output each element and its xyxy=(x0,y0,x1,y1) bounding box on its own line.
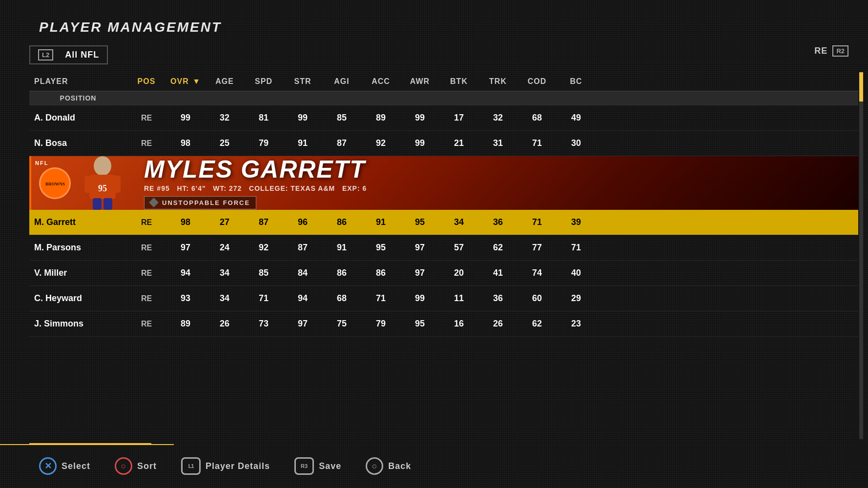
l1-button: L1 xyxy=(181,457,201,475)
player-trk: 41 xyxy=(478,264,517,282)
col-age: AGE xyxy=(205,72,244,91)
sort-label: Sort xyxy=(137,461,157,471)
player-btk: 21 xyxy=(439,134,478,152)
player-trk: 62 xyxy=(478,239,517,257)
player-cod: 71 xyxy=(517,213,557,231)
player-agi: 86 xyxy=(322,213,361,231)
select-label: Select xyxy=(62,461,90,471)
table-row[interactable]: M. Parsons RE 97 24 92 87 91 95 97 57 62… xyxy=(29,235,858,261)
player-btk: 20 xyxy=(439,264,478,282)
player-trk: 36 xyxy=(478,213,517,231)
player-agi: 91 xyxy=(322,239,361,257)
player-age: 24 xyxy=(205,239,244,257)
player-trk: 32 xyxy=(478,109,517,127)
player-name: C. Heyward xyxy=(29,289,127,307)
player-str: 97 xyxy=(283,315,322,333)
svg-point-2 xyxy=(94,156,111,176)
group-filler10 xyxy=(478,91,517,105)
player-cod: 77 xyxy=(517,239,557,257)
player-ovr: 98 xyxy=(166,213,205,231)
scrollbar[interactable] xyxy=(859,72,863,439)
group-filler4 xyxy=(244,91,283,105)
player-awr: 99 xyxy=(400,134,439,152)
player-pos: RE xyxy=(127,240,166,256)
player-details-action[interactable]: L1 Player Details xyxy=(181,457,270,475)
player-acc: 86 xyxy=(361,264,400,282)
player-str: 96 xyxy=(283,213,322,231)
col-acc: ACC xyxy=(361,72,400,91)
back-action[interactable]: ○ Back xyxy=(366,457,411,475)
position-filter: RE xyxy=(814,46,827,56)
table-row[interactable]: M. Garrett RE 98 27 87 96 86 91 95 34 36… xyxy=(29,210,858,235)
player-str: 91 xyxy=(283,134,322,152)
player-cod: 62 xyxy=(517,315,557,333)
col-cod: COD xyxy=(517,72,557,91)
player-details-label: Player Details xyxy=(206,461,270,471)
player-agi: 85 xyxy=(322,109,361,127)
player-spd: 73 xyxy=(244,315,283,333)
banner-player-details: RE #95 HT: 6'4" WT: 272 COLLEGE: TEXAS A… xyxy=(144,184,848,192)
player-table: PLAYER POS OVR ▼ AGE SPD STR AGI ACC AWR… xyxy=(29,72,858,439)
svg-rect-4 xyxy=(84,176,93,193)
team-logo: BROWNS xyxy=(39,167,71,199)
r2-button[interactable]: R2 xyxy=(832,45,848,57)
player-spd: 87 xyxy=(244,213,283,231)
svg-rect-7 xyxy=(103,198,112,210)
x-button: ✕ xyxy=(39,457,57,475)
trait-icon xyxy=(149,198,159,207)
player-name: M. Garrett xyxy=(29,213,127,231)
player-pos: RE xyxy=(127,265,166,282)
table-row[interactable]: C. Heyward RE 93 34 71 94 68 71 99 11 36… xyxy=(29,286,858,311)
group-filler3 xyxy=(205,91,244,105)
select-action[interactable]: ✕ Select xyxy=(39,457,90,475)
player-cod: 68 xyxy=(517,109,557,127)
player-agi: 75 xyxy=(322,315,361,333)
player-age: 34 xyxy=(205,264,244,282)
back-label: Back xyxy=(388,461,411,471)
trait-label: UNSTOPPABLE FORCE xyxy=(162,199,250,206)
group-filler7 xyxy=(361,91,400,105)
sort-action[interactable]: ○ Sort xyxy=(115,457,157,475)
save-action[interactable]: R3 Save xyxy=(294,457,341,475)
group-filler9 xyxy=(439,91,478,105)
col-awr: AWR xyxy=(400,72,439,91)
back-circle-button: ○ xyxy=(366,457,383,475)
player-btk: 17 xyxy=(439,109,478,127)
player-spd: 71 xyxy=(244,289,283,307)
player-name: M. Parsons xyxy=(29,239,127,257)
table-row[interactable]: J. Simmons RE 89 26 73 97 75 79 95 16 26… xyxy=(29,311,858,337)
table-header: PLAYER POS OVR ▼ AGE SPD STR AGI ACC AWR… xyxy=(29,72,858,91)
page-title: PLAYER MANAGEMENT xyxy=(39,20,222,35)
player-awr: 99 xyxy=(400,289,439,307)
table-row[interactable]: V. Miller RE 94 34 85 84 86 86 97 20 41 … xyxy=(29,261,858,286)
svg-rect-5 xyxy=(112,176,121,193)
player-pos: RE xyxy=(127,214,166,231)
player-name: V. Miller xyxy=(29,264,127,282)
player-str: 84 xyxy=(283,264,322,282)
player-name: J. Simmons xyxy=(29,315,127,333)
table-row[interactable]: N. Bosa RE 98 25 79 91 87 92 99 21 31 71… xyxy=(29,131,858,156)
filter-text: All NFL xyxy=(65,50,99,60)
player-trk: 31 xyxy=(478,134,517,152)
player-awr: 97 xyxy=(400,239,439,257)
group-filler2 xyxy=(166,91,205,105)
player-ovr: 98 xyxy=(166,134,205,152)
player-acc: 91 xyxy=(361,213,400,231)
l2-button[interactable]: L2 xyxy=(38,49,53,61)
banner-player-name: MYLES GARRETT xyxy=(144,157,848,182)
scroll-thumb xyxy=(859,72,863,102)
player-spd: 85 xyxy=(244,264,283,282)
col-spd: SPD xyxy=(244,72,283,91)
player-acc: 79 xyxy=(361,315,400,333)
svg-rect-6 xyxy=(93,198,102,210)
player-pos: RE xyxy=(127,135,166,152)
group-filler11 xyxy=(517,91,557,105)
player-cod: 71 xyxy=(517,134,557,152)
player-name: A. Donald xyxy=(29,109,127,127)
col-agi: AGI xyxy=(322,72,361,91)
player-ovr: 94 xyxy=(166,264,205,282)
player-age: 25 xyxy=(205,134,244,152)
r3-button: R3 xyxy=(294,457,314,475)
action-bar: ✕ Select ○ Sort L1 Player Details R3 Sav… xyxy=(0,444,868,488)
table-row[interactable]: A. Donald RE 99 32 81 99 85 89 99 17 32 … xyxy=(29,105,858,131)
